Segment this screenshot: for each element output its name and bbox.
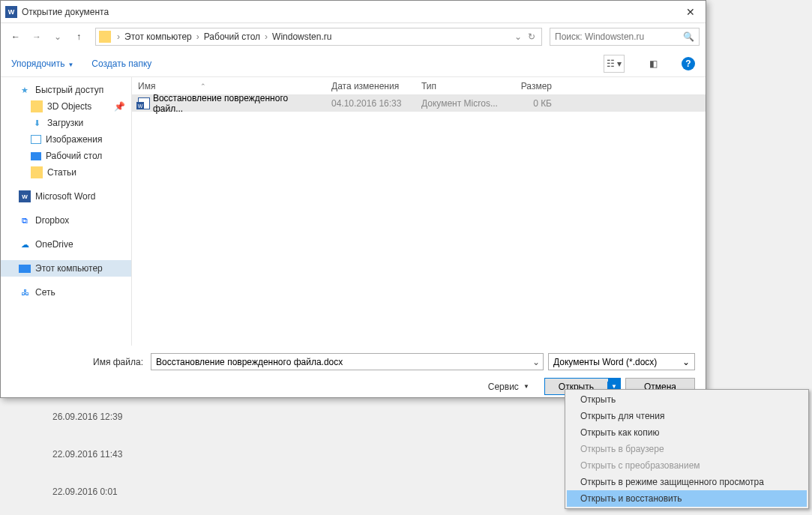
folder-icon bbox=[31, 100, 43, 112]
body-area: ★Быстрый доступ 3D Objects📌 ⬇Загрузки Из… bbox=[1, 77, 706, 346]
close-button[interactable]: ✕ bbox=[676, 1, 706, 23]
breadcrumb-item[interactable]: Рабочий стол bbox=[202, 31, 262, 42]
menu-open-browser: Открыть в браузере bbox=[567, 441, 807, 457]
file-type: Документ Micros... bbox=[415, 98, 505, 109]
sidebar-item-3dobjects[interactable]: 3D Objects📌 bbox=[1, 98, 131, 115]
col-size[interactable]: Размер bbox=[505, 81, 558, 91]
filename-input[interactable] bbox=[151, 357, 529, 367]
col-name[interactable]: Имя⌃ bbox=[132, 81, 325, 91]
dropbox-icon: ⧉ bbox=[19, 214, 31, 226]
file-date: 04.10.2016 16:33 bbox=[325, 98, 415, 109]
filetype-select[interactable]: Документы Word (*.docx) ⌄ bbox=[548, 353, 695, 370]
forward-button[interactable]: → bbox=[28, 28, 46, 46]
filename-dropdown[interactable]: ⌄ bbox=[529, 357, 543, 367]
sidebar-item-dropbox[interactable]: ⧉Dropbox bbox=[1, 212, 131, 229]
sidebar-quick-access[interactable]: ★Быстрый доступ bbox=[1, 82, 131, 98]
new-folder-button[interactable]: Создать папку bbox=[91, 58, 151, 69]
file-size: 0 КБ bbox=[505, 98, 558, 109]
sidebar-item-articles[interactable]: Статьи bbox=[1, 164, 131, 181]
image-icon bbox=[31, 135, 41, 144]
word-icon: W bbox=[19, 190, 31, 202]
refresh-button[interactable]: ↻ bbox=[525, 31, 538, 42]
preview-pane-button[interactable]: ◧ bbox=[643, 55, 664, 73]
breadcrumb-item[interactable]: Этот компьютер bbox=[123, 31, 193, 42]
chevron-right-icon: › bbox=[262, 31, 271, 42]
sidebar-item-onedrive[interactable]: ☁OneDrive bbox=[1, 236, 131, 253]
sidebar-item-downloads[interactable]: ⬇Загрузки bbox=[1, 115, 131, 131]
sidebar: ★Быстрый доступ 3D Objects📌 ⬇Загрузки Из… bbox=[1, 77, 132, 346]
menu-open-copy[interactable]: Открыть как копию bbox=[567, 424, 807, 441]
download-icon: ⬇ bbox=[31, 117, 43, 129]
filename-label: Имя файла: bbox=[11, 357, 146, 367]
open-file-dialog: W Открытие документа ✕ ← → ⌄ ↑ › Этот ко… bbox=[0, 0, 706, 398]
sidebar-item-images[interactable]: Изображения bbox=[1, 131, 131, 148]
filename-input-wrap: ⌄ bbox=[151, 353, 544, 370]
up-button[interactable]: ↑ bbox=[70, 28, 88, 46]
nav-bar: ← → ⌄ ↑ › Этот компьютер › Рабочий стол … bbox=[1, 23, 706, 50]
bg-item: 22.09.2016 0:01 bbox=[0, 473, 187, 511]
menu-open-readonly[interactable]: Открыть для чтения bbox=[567, 408, 807, 424]
sidebar-item-desktop[interactable]: Рабочий стол bbox=[1, 148, 131, 164]
sidebar-item-word[interactable]: WMicrosoft Word bbox=[1, 188, 131, 205]
docx-icon bbox=[138, 97, 150, 109]
background-list: 26.09.2016 12:39 22.09.2016 11:43 22.09.… bbox=[0, 398, 187, 511]
folder-icon bbox=[31, 166, 43, 178]
search-input[interactable] bbox=[555, 31, 683, 42]
recent-dropdown[interactable]: ⌄ bbox=[49, 28, 67, 46]
sort-indicator-icon: ⌃ bbox=[200, 82, 206, 90]
pc-icon bbox=[19, 265, 31, 273]
open-dropdown-menu: Открыть Открыть для чтения Открыть как к… bbox=[565, 389, 809, 509]
view-mode-button[interactable]: ☷ ▾ bbox=[604, 55, 625, 73]
sidebar-item-thispc[interactable]: Этот компьютер bbox=[1, 260, 131, 277]
toolbar: Упорядочить▼ Создать папку ☷ ▾ ◧ ? bbox=[1, 50, 706, 77]
titlebar: W Открытие документа ✕ bbox=[1, 1, 706, 23]
menu-open-protected[interactable]: Открыть в режиме защищенного просмотра bbox=[567, 474, 807, 490]
network-icon: 🖧 bbox=[19, 286, 31, 298]
chevron-right-icon: › bbox=[193, 31, 202, 42]
help-button[interactable]: ? bbox=[682, 57, 695, 70]
col-type[interactable]: Тип bbox=[415, 81, 505, 91]
pin-icon: 📌 bbox=[114, 101, 125, 112]
organize-button[interactable]: Упорядочить▼ bbox=[11, 58, 73, 69]
star-icon: ★ bbox=[19, 84, 31, 96]
dialog-title: Открытие документа bbox=[22, 7, 676, 17]
chevron-right-icon: › bbox=[114, 31, 123, 42]
bg-item: 22.09.2016 11:43 bbox=[0, 436, 187, 473]
desktop-icon bbox=[31, 152, 41, 160]
back-button[interactable]: ← bbox=[7, 28, 25, 46]
menu-open[interactable]: Открыть bbox=[567, 391, 807, 408]
onedrive-icon: ☁ bbox=[19, 238, 31, 250]
sidebar-item-network[interactable]: 🖧Сеть bbox=[1, 284, 131, 301]
breadcrumb-item[interactable]: Windowsten.ru bbox=[271, 31, 333, 42]
file-name: Восстановление поврежденного файл... bbox=[153, 93, 319, 114]
bg-item: 26.09.2016 12:39 bbox=[0, 398, 187, 436]
col-date[interactable]: Дата изменения bbox=[325, 81, 415, 91]
search-box[interactable]: 🔍 bbox=[550, 28, 700, 46]
path-dropdown[interactable]: ⌄ bbox=[511, 31, 525, 42]
search-icon[interactable]: 🔍 bbox=[683, 31, 694, 42]
tools-button[interactable]: Сервис▼ bbox=[488, 382, 529, 392]
menu-open-transform: Открыть с преобразованием bbox=[567, 457, 807, 474]
menu-open-repair[interactable]: Открыть и восстановить bbox=[567, 490, 807, 507]
word-app-icon: W bbox=[5, 6, 17, 18]
chevron-down-icon: ⌄ bbox=[682, 357, 690, 367]
folder-icon bbox=[99, 31, 111, 43]
file-row[interactable]: Восстановление поврежденного файл... 04.… bbox=[132, 95, 706, 112]
breadcrumb[interactable]: › Этот компьютер › Рабочий стол › Window… bbox=[95, 28, 542, 46]
file-list: Имя⌃ Дата изменения Тип Размер Восстанов… bbox=[132, 77, 706, 346]
